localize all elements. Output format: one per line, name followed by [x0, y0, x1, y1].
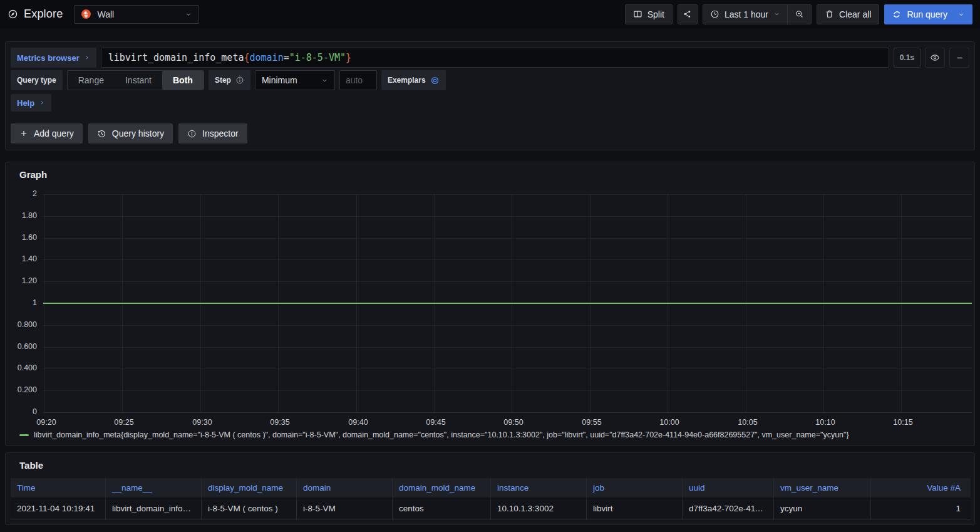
query-type-option-both[interactable]: Both — [162, 71, 204, 90]
step-value-input[interactable] — [339, 70, 377, 90]
datasource-value: Wall — [97, 9, 114, 19]
y-tick-label: 1.40 — [7, 254, 37, 263]
chevron-down-icon — [321, 77, 328, 84]
add-query-label: Add query — [34, 128, 74, 138]
y-tick-label: 0.400 — [7, 363, 37, 372]
query-brace-token: { — [244, 52, 249, 63]
y-gridline — [43, 216, 972, 217]
x-tick-label: 10:00 — [659, 418, 679, 427]
top-toolbar: Explore Wall Split — [0, 0, 980, 28]
split-icon — [633, 9, 642, 19]
chevron-down-icon — [773, 11, 780, 18]
toolbar-actions: Split Last 1 hour — [625, 4, 972, 24]
legend-series-label[interactable]: libvirt_domain_info_meta{display_mold_na… — [34, 430, 849, 439]
table-panel-title: Table — [19, 460, 43, 471]
metrics-browser-button[interactable]: Metrics browser — [11, 48, 96, 68]
inspector-label: Inspector — [202, 128, 239, 138]
plus-icon — [19, 129, 28, 138]
table-header-cell[interactable]: instance — [491, 478, 587, 498]
datasource-picker[interactable]: Wall — [74, 5, 199, 24]
y-tick-label: 2 — [7, 189, 37, 198]
table-header-cell[interactable]: __name__ — [106, 478, 202, 498]
series-legend: libvirt_domain_info_meta{display_mold_na… — [19, 430, 849, 439]
table-header-cell[interactable]: vm_user_name — [774, 478, 871, 498]
grafana-explore-page: { "topbar": { "explore_title": "Explore"… — [0, 0, 980, 532]
inspector-button[interactable]: Inspector — [178, 123, 247, 143]
plot-area[interactable] — [43, 194, 972, 412]
split-button[interactable]: Split — [625, 4, 673, 24]
step-mode-select[interactable]: Minimum — [255, 70, 335, 90]
y-tick-label: 1.60 — [7, 233, 37, 242]
table-header-cell[interactable]: Time — [11, 478, 106, 498]
help-button[interactable]: Help — [11, 94, 51, 112]
y-tick-label: 0.800 — [7, 320, 37, 329]
query-history-label: Query history — [112, 128, 164, 138]
minus-icon — [955, 53, 964, 63]
page-title: Explore — [24, 8, 63, 21]
query-editor-panel: Metrics browser libvirt_domain_info_meta… — [5, 41, 975, 150]
query-history-button[interactable]: Query history — [88, 123, 173, 143]
trash-icon — [825, 9, 834, 19]
exemplars-toggle[interactable]: Exemplars — [381, 70, 446, 90]
x-tick-label: 10:10 — [815, 418, 835, 427]
step-label: Step — [209, 70, 250, 90]
query-metric-token: libvirt_domain_info_meta — [108, 52, 244, 63]
query-type-option-instant[interactable]: Instant — [115, 71, 162, 90]
exemplars-label: Exemplars — [388, 76, 426, 85]
clock-icon — [710, 9, 720, 19]
toggle-visibility-button[interactable] — [925, 48, 945, 68]
clear-all-label: Clear all — [839, 9, 871, 19]
query-row: Metrics browser libvirt_domain_info_meta… — [11, 48, 969, 68]
chevron-down-icon — [185, 11, 192, 18]
query-type-option-range[interactable]: Range — [68, 71, 115, 90]
x-tick-label: 10:05 — [738, 418, 757, 427]
y-gridline — [43, 368, 972, 369]
graph-panel-title: Graph — [19, 169, 47, 180]
record-circle-icon — [430, 76, 440, 85]
table-header-cell[interactable]: uuid — [683, 478, 774, 498]
y-tick-label: 1.80 — [7, 211, 37, 220]
table-cell: libvirt — [587, 498, 683, 519]
step-label-text: Step — [215, 76, 231, 85]
graph-panel: Graph libvirt_domain_info_meta{display_m… — [5, 162, 975, 446]
table-header-cell[interactable]: Value #A — [871, 478, 971, 498]
table-row: 2021-11-04 10:19:41libvirt_domain_info_m… — [11, 498, 971, 520]
table-header-row: Time__name__display_mold_namedomaindomai… — [11, 478, 971, 498]
table-cell: centos — [393, 498, 491, 519]
x-tick-label: 10:15 — [893, 418, 912, 427]
table-header-cell[interactable]: job — [587, 478, 683, 498]
eye-icon — [930, 53, 940, 63]
query-label-token: domain — [249, 52, 283, 63]
zoom-out-button[interactable] — [787, 5, 811, 24]
add-query-button[interactable]: Add query — [11, 123, 83, 143]
x-tick-label: 09:20 — [36, 418, 56, 427]
results-table: Time__name__display_mold_namedomaindomai… — [11, 478, 971, 520]
share-button[interactable] — [678, 4, 698, 24]
table-header-cell[interactable]: domain — [297, 478, 393, 498]
y-tick-label: 1 — [7, 298, 37, 307]
query-brace-token: } — [346, 52, 351, 63]
history-icon — [97, 129, 106, 138]
chevron-down-icon[interactable] — [957, 11, 965, 18]
remove-query-button[interactable] — [949, 48, 969, 68]
help-label: Help — [17, 98, 34, 108]
table-header-cell[interactable]: display_mold_name — [202, 478, 297, 498]
x-tick-label: 09:50 — [503, 418, 523, 427]
query-type-selector: Range Instant Both — [67, 70, 204, 90]
table-cell: d7ff3a42-702e-4114-94e0-a66f82695527 — [683, 498, 774, 519]
split-label: Split — [647, 9, 664, 19]
table-panel: Table Time__name__display_mold_namedomai… — [5, 452, 975, 525]
y-tick-label: 0.200 — [7, 385, 37, 394]
run-query-label: Run query — [907, 9, 947, 19]
table-header-cell[interactable]: domain_mold_name — [393, 478, 491, 498]
clear-all-button[interactable]: Clear all — [817, 4, 879, 24]
run-query-button[interactable]: Run query — [884, 4, 972, 24]
step-mode-value: Minimum — [262, 75, 297, 85]
x-tick-label: 09:55 — [582, 418, 601, 427]
zoom-out-icon — [795, 9, 804, 19]
time-picker-group: Last 1 hour — [703, 4, 812, 24]
metrics-browser-label: Metrics browser — [17, 53, 80, 63]
query-input[interactable]: libvirt_domain_info_meta{domain="i-8-5-V… — [101, 48, 889, 68]
time-range-picker[interactable]: Last 1 hour — [703, 5, 787, 24]
y-tick-label: 1.20 — [7, 276, 37, 285]
